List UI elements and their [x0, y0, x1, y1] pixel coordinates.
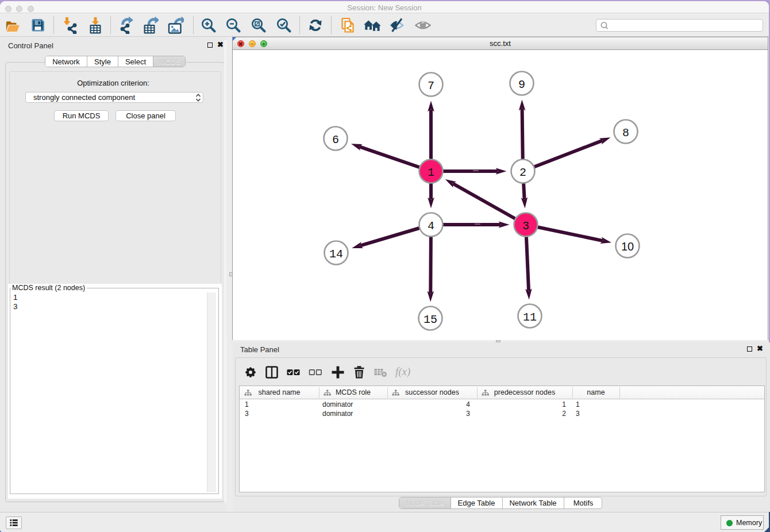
- svg-text:15: 15: [424, 313, 437, 326]
- svg-text:8: 8: [622, 126, 629, 140]
- svg-text:14: 14: [329, 248, 343, 261]
- svg-text:6: 6: [332, 133, 339, 147]
- svg-text:3: 3: [522, 219, 529, 233]
- svg-text:7: 7: [428, 79, 434, 92]
- svg-text:1: 1: [428, 166, 434, 179]
- svg-text:10: 10: [621, 240, 634, 253]
- svg-text:4: 4: [428, 219, 434, 233]
- svg-text:11: 11: [523, 311, 537, 324]
- svg-text:9: 9: [518, 78, 525, 91]
- svg-text:2: 2: [519, 166, 526, 179]
